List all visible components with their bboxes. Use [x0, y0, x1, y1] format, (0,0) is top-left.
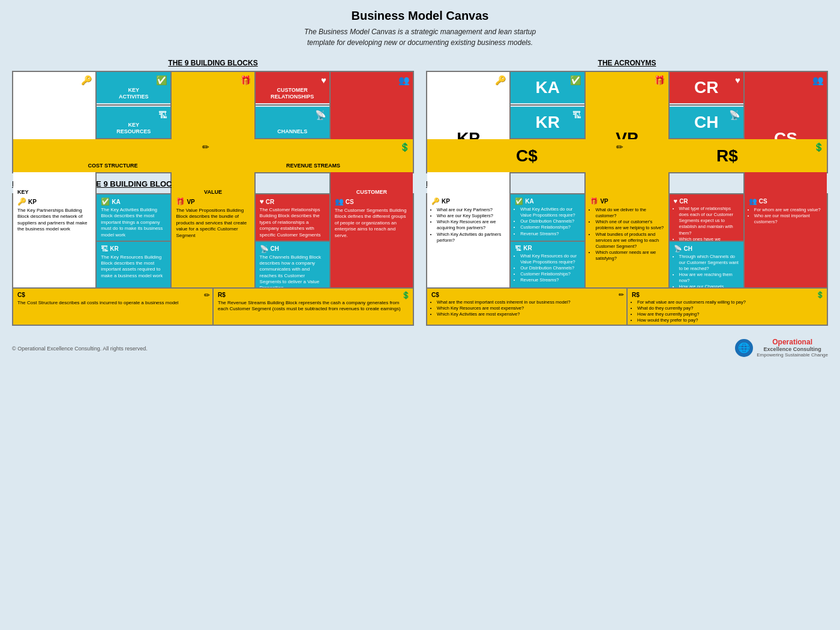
kp-cell: 🔑 KEY PARTNERS [13, 72, 97, 205]
footer-text: © Operational Excellence Consulting. All… [12, 346, 148, 352]
desc-cr-text: The Customer Relationships Building Bloc… [260, 207, 325, 238]
footer-section: © Operational Excellence Consulting. All… [12, 333, 828, 358]
ka-acr-cell: ✅ KA [511, 72, 584, 103]
desc-canvas: 🔑 KP The Key Partnerships Building Block… [12, 193, 414, 326]
kq-ka-icon: ✅ [515, 197, 523, 205]
desc-ch-acr: CH [271, 245, 279, 252]
desc-vp-text: The Value Propositions Building Block de… [176, 208, 250, 239]
kq-cs-icon: 👥 [749, 197, 757, 205]
vp-acr-cell: 🎁 VP [586, 72, 669, 205]
logo-area: 🌐 Operational Excellence Consulting Empo… [735, 338, 828, 358]
kq-kr-icon: 🏗 [515, 245, 521, 252]
kq-cost: ✏ C$ What are the most important costs i… [427, 289, 628, 325]
cost-icon: ✏ [202, 142, 209, 152]
logo-text-area: Operational Excellence Consulting Empowe… [757, 338, 828, 358]
ka-label: KEYACTIVITIES [101, 87, 166, 100]
logo-globe-icon: 🌐 [735, 339, 753, 357]
desc-cs-icon: 👥 [335, 197, 344, 206]
desc-ka-kr-col: ✅ KA The Key Activities Building Block d… [97, 194, 172, 287]
canvas-row-1: 🔑 KEY PARTNERS ✅ KEYACTIVITIES 🏗 KEYRESO… [13, 72, 413, 138]
vp-cell: 🎁 VALUEPROPOSITION [172, 72, 255, 205]
kq-cs-acr: CS [759, 198, 767, 205]
vp-acr-icon: 🎁 [654, 75, 665, 86]
ka-icon: ✅ [156, 75, 167, 86]
desc-kp-acr: KP [28, 199, 37, 205]
desc-kr: 🏗 KR The Key Resources Building Block de… [97, 242, 170, 288]
acronyms-panel: THE ACRONYMS 🔑 KP ✅ KA 🏗 [426, 59, 828, 173]
desc-rev-icon: 💲 [401, 291, 410, 299]
desc-ka-icon: ✅ [101, 197, 110, 206]
desc-cr-acr: CR [266, 199, 274, 205]
kq-cr-list: What type of relationships does each of … [674, 206, 739, 241]
kq-cs-list: For whom are we creating value? Who are … [749, 207, 823, 225]
hdivider-cr-ch [256, 104, 329, 106]
kq-main-row: 🔑 KP What are our Key Partners? Who are … [427, 194, 827, 287]
cost-label: COST STRUCTURE [88, 163, 138, 169]
kq-panel: KEY QUESTIONS 🔑 KP What are our Key Part… [426, 179, 828, 326]
kq-rev: 💲 R$ For what value are our customers re… [628, 289, 827, 325]
ch-acr-icon: 📡 [729, 110, 740, 121]
rev-label: REVENUE STREAMS [286, 163, 340, 169]
desc-kp: 🔑 KP The Key Partnerships Building Block… [13, 194, 97, 287]
section2-title: THE ACRONYMS [426, 59, 828, 67]
kq-cr: ♥ CR What type of relationships does eac… [670, 194, 743, 241]
cs-cell: 👥 CUSTOMERSEGMENTS [331, 72, 413, 205]
ch-acr-cell: 📡 CH [670, 107, 743, 138]
kq-ka-acr: KA [525, 198, 533, 205]
building-blocks-panel: THE 9 BUILDING BLOCKS 🔑 KEY PARTNERS ✅ K… [12, 59, 414, 173]
kq-rev-acr: R$ [632, 292, 823, 298]
desc-cost-icon: ✏ [204, 291, 210, 299]
subtitle: The Business Model Canvas is a strategic… [12, 26, 828, 48]
kq-kp: 🔑 KP What are our Key Partners? Who are … [427, 194, 511, 287]
desc-kr-text: The Key Resources Building Block describ… [101, 254, 166, 280]
ch-label: CHANNELS [260, 128, 325, 135]
desc-ch-text: The Channels Building Block describes ho… [260, 254, 325, 288]
kq-rev-list: For what value are our customers really … [632, 299, 823, 325]
kq-ka-kr-col: ✅ KA What Key Activities do our Value Pr… [511, 194, 586, 287]
kq-kp-acr: KP [442, 198, 450, 205]
ka-kr-acr-col: ✅ KA 🏗 KR [511, 72, 584, 138]
kp-acronym: KP [431, 75, 505, 202]
kq-rev-icon: 💲 [816, 291, 824, 299]
desc-cs: 👥 CS The Customer Segments Building Bloc… [331, 194, 413, 287]
ch-icon: 📡 [315, 110, 326, 121]
kq-ka-list: What Key Activities do our Value Proposi… [515, 206, 580, 237]
kr-cell: 🏗 KEYRESOURCES [97, 107, 170, 138]
desc-cs-text: The Customer Segments Building Block def… [335, 208, 409, 239]
kq-cr-icon: ♥ [674, 197, 678, 205]
main-title: Business Model Canvas [12, 9, 828, 23]
desc-kp-icon: 🔑 [17, 197, 26, 206]
ka-kr-col: ✅ KEYACTIVITIES 🏗 KEYRESOURCES [97, 72, 170, 138]
desc-section: DESCRIPTIONS OF THE 9 BUILDING BLOCKS 🔑 … [12, 179, 828, 326]
kq-canvas: 🔑 KP What are our Key Partners? Who are … [426, 193, 828, 326]
desc-cr-ch-col: ♥ CR The Customer Relationships Building… [256, 194, 331, 287]
bmc-canvas: 🔑 KEY PARTNERS ✅ KEYACTIVITIES 🏗 KEYRESO… [12, 71, 414, 173]
page: Business Model Canvas The Business Model… [0, 0, 840, 367]
desc-ka: ✅ KA The Key Activities Building Block d… [97, 194, 170, 241]
kq-cost-list: What are the most important costs inhere… [431, 299, 622, 317]
desc-bottom-row: ✏ C$ The Cost Structure describes all co… [13, 289, 413, 325]
cr-acr-cell: ♥ CR [670, 72, 743, 103]
rev-acr-cell: 💲 R$ [628, 139, 827, 172]
kq-ch: 📡 CH Through which Channels do our Custo… [670, 242, 743, 288]
vp-icon: 🎁 [240, 75, 251, 86]
kq-cost-acr: C$ [431, 292, 622, 298]
desc-vp-acr: VP [187, 199, 194, 205]
top-section: THE 9 BUILDING BLOCKS 🔑 KEY PARTNERS ✅ K… [12, 59, 828, 173]
kq-bottom-row: ✏ C$ What are the most important costs i… [427, 289, 827, 325]
cr-acronym: CR [674, 75, 739, 100]
kq-ch-icon: 📡 [674, 245, 682, 253]
desc-ch-icon: 📡 [260, 245, 269, 253]
desc-ch: 📡 CH The Channels Building Block describ… [256, 242, 329, 288]
rev-cell: 💲 REVENUE STREAMS [214, 139, 413, 172]
section1-title: THE 9 BUILDING BLOCKS [12, 59, 414, 67]
kp-acr-cell: 🔑 KP [427, 72, 511, 205]
acronym-canvas: 🔑 KP ✅ KA 🏗 KR [426, 71, 828, 173]
kq-kp-icon: 🔑 [431, 197, 440, 205]
desc-ka-text: The Key Activities Building Block descri… [101, 207, 166, 238]
kr-acr-icon: 🏗 [572, 110, 581, 120]
kr-icon: 🏗 [158, 110, 167, 120]
ch-cell: 📡 CHANNELS [256, 107, 329, 138]
kq-ka: ✅ KA What Key Activities do our Value Pr… [511, 194, 584, 241]
desc-cr: ♥ CR The Customer Relationships Building… [256, 194, 329, 241]
